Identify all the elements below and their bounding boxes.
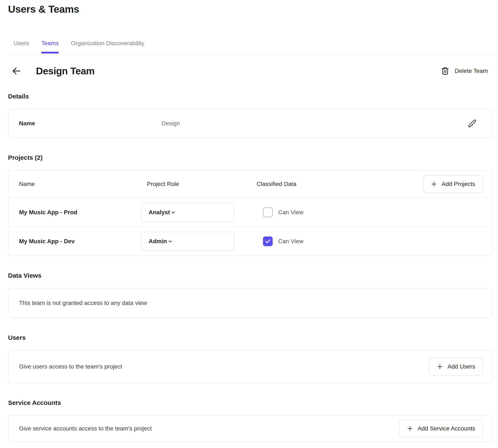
plus-icon xyxy=(436,363,443,370)
project-role-select[interactable]: Analyst xyxy=(141,203,234,222)
can-view-checkbox[interactable] xyxy=(263,208,273,217)
column-header-project-role: Project Role xyxy=(141,181,257,187)
page-title: Users & Teams xyxy=(8,3,493,15)
projects-heading: Projects (2) xyxy=(8,154,493,161)
projects-table-header: Name Project Role Classified Data Add Pr… xyxy=(8,171,492,198)
delete-team-label: Delete Team xyxy=(455,68,488,74)
column-header-classified-data: Classified Data xyxy=(257,181,423,187)
tab-teams[interactable]: Teams xyxy=(41,40,59,55)
edit-name-button[interactable] xyxy=(467,119,477,128)
pencil-icon xyxy=(468,119,476,128)
tabbar: Users Teams Organization Discoverability xyxy=(8,40,493,55)
add-projects-label: Add Projects xyxy=(442,181,475,187)
project-name: My Music App - Prod xyxy=(19,209,141,216)
data-views-heading: Data Views xyxy=(8,272,493,279)
team-header: Design Team Delete Team xyxy=(8,65,493,77)
data-views-card: This team is not granted access to any d… xyxy=(8,288,493,318)
projects-table: Name Project Role Classified Data Add Pr… xyxy=(8,170,493,256)
service-accounts-card: Give service accounts access to the team… xyxy=(8,415,493,442)
project-role-value: Analyst xyxy=(149,209,170,216)
add-users-label: Add Users xyxy=(448,363,475,370)
service-accounts-heading: Service Accounts xyxy=(8,399,493,406)
plus-icon xyxy=(431,181,437,187)
back-button[interactable] xyxy=(11,65,22,77)
trash-icon xyxy=(441,66,450,75)
table-row: My Music App - Dev Admin xyxy=(8,227,492,256)
classified-data-field: Can View xyxy=(257,237,483,246)
chevron-down-icon xyxy=(167,238,173,244)
chevron-down-icon xyxy=(170,209,176,216)
arrow-left-icon xyxy=(11,66,22,76)
project-name: My Music App - Dev xyxy=(19,238,141,245)
add-service-accounts-button[interactable]: Add Service Accounts xyxy=(399,420,483,437)
details-heading: Details xyxy=(8,93,493,100)
project-role-select[interactable]: Admin xyxy=(141,232,234,251)
users-card: Give users access to the team's project … xyxy=(8,350,493,383)
add-service-accounts-label: Add Service Accounts xyxy=(418,425,475,432)
users-description: Give users access to the team's project xyxy=(19,363,122,370)
data-views-empty-text: This team is not granted access to any d… xyxy=(19,300,147,306)
team-name-value: Design xyxy=(161,120,180,127)
name-label: Name xyxy=(19,120,161,127)
can-view-checkbox[interactable] xyxy=(263,237,273,246)
team-title: Design Team xyxy=(36,65,95,77)
add-users-button[interactable]: Add Users xyxy=(429,358,483,376)
table-row: My Music App - Prod Analyst xyxy=(8,198,492,227)
project-role-value: Admin xyxy=(149,238,167,245)
tab-users[interactable]: Users xyxy=(14,40,29,55)
users-teams-page: Users & Teams Users Teams Organization D… xyxy=(0,0,498,448)
column-header-name: Name xyxy=(19,181,141,187)
add-projects-button[interactable]: Add Projects xyxy=(423,175,483,193)
can-view-label: Can View xyxy=(278,238,303,245)
delete-team-button[interactable]: Delete Team xyxy=(441,66,488,75)
tab-organization-discoverability[interactable]: Organization Discoverability xyxy=(71,40,144,55)
details-card: Name Design xyxy=(8,109,493,138)
plus-icon xyxy=(407,425,414,432)
service-accounts-description: Give service accounts access to the team… xyxy=(19,425,152,432)
can-view-label: Can View xyxy=(278,209,303,216)
classified-data-field: Can View xyxy=(257,208,483,217)
users-heading: Users xyxy=(8,334,493,341)
